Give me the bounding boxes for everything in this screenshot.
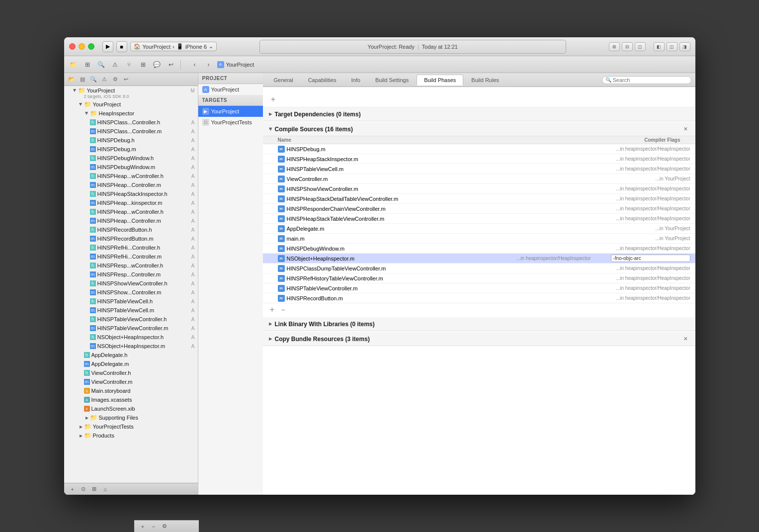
table-row[interactable]: mHINSPRecordButton.m...in heapinspector/…	[263, 293, 695, 303]
folder-icon[interactable]: 📁	[68, 59, 79, 70]
close-button[interactable]	[69, 43, 76, 50]
target-item-yourproject[interactable]: ▶ YourProject	[198, 106, 263, 117]
tab-capabilities[interactable]: Capabilities	[301, 75, 343, 86]
phase-header-link[interactable]: ▶ Link Binary With Libraries (0 items)	[263, 317, 695, 331]
build-button[interactable]: ▶	[102, 41, 113, 52]
phase-header-target-deps[interactable]: ▶ Target Dependencies (0 items)	[263, 107, 695, 121]
branch-icon[interactable]: ⑂	[124, 59, 135, 70]
list-item[interactable]: hHINSPShowViewController.hA	[64, 279, 198, 288]
sidebar-item-yourproject-folder[interactable]: ▶ 📁 YourProject	[64, 100, 198, 109]
chat-icon[interactable]: 💬	[152, 59, 163, 70]
back-btn[interactable]: ‹	[189, 59, 200, 70]
sidebar-filter-icon[interactable]: ▤	[78, 75, 87, 84]
table-row[interactable]: mHINSPTableViewCell.m...in heapinspector…	[263, 164, 695, 174]
table-row[interactable]: mHINSPShowViewController.m...in heapinsp…	[263, 184, 695, 194]
tab-build-phases[interactable]: Build Phases	[417, 75, 463, 86]
list-item[interactable]: hHINSPTableViewController.hA	[64, 315, 198, 324]
inspector-toggle-btn[interactable]: ◨	[679, 42, 690, 51]
tab-build-settings[interactable]: Build Settings	[368, 75, 416, 86]
table-row[interactable]: mViewController.m...in YourProject	[263, 174, 695, 184]
list-item[interactable]: mHINSPTableViewController.mA	[64, 324, 198, 333]
grid-icon[interactable]: ⊞	[138, 59, 149, 70]
forward-btn[interactable]: ›	[203, 59, 214, 70]
search-icon[interactable]: 🔍	[96, 59, 107, 70]
sidebar-history-icon[interactable]: ↩	[122, 75, 131, 84]
list-item[interactable]: hHINSPRefHi...Controller.hA	[64, 243, 198, 252]
activity-btn[interactable]: ⊙	[79, 485, 88, 494]
editor-standard-btn[interactable]: ⊞	[609, 42, 620, 51]
filter-icon[interactable]: ⊞	[82, 59, 93, 70]
list-item[interactable]: mHINSPHeap...Controller.mA	[64, 180, 198, 189]
breadcrumb-project[interactable]: YourProject	[226, 62, 254, 68]
list-item[interactable]: mHINSPHeap...Controller.mA	[64, 216, 198, 225]
list-item[interactable]: mViewController.m	[64, 377, 198, 386]
list-item[interactable]: hViewController.h	[64, 368, 198, 377]
sidebar-item-products[interactable]: ▶ 📁 Products	[64, 431, 198, 440]
scheme-selector[interactable]: 🏠 YourProject › 📱 iPhone 6 ⌄	[130, 42, 217, 51]
sidebar-folder-icon[interactable]: 📂	[67, 75, 76, 84]
table-row-selected[interactable]: m NSObject+HeapInspector.m ...in heapins…	[263, 254, 695, 264]
sidebar-gear-icon[interactable]: ⚙	[111, 75, 120, 84]
list-item[interactable]: mNSObject+HeapInspector.mA	[64, 342, 198, 351]
list-item[interactable]: mAppDelegate.m	[64, 359, 198, 368]
debug-toggle-btn[interactable]: ◫	[667, 42, 677, 51]
list-item[interactable]: mHINSPRefHi...Controller.mA	[64, 252, 198, 261]
sidebar-item-yourprojecttests[interactable]: ▶ 📁 YourProjectTests	[64, 422, 198, 431]
editor-assistant-btn[interactable]: ⊟	[622, 42, 633, 51]
list-item[interactable]: mHINSPDebug.mA	[64, 145, 198, 154]
list-item[interactable]: hNSObject+HeapInspector.hA	[64, 333, 198, 342]
target-item-tests[interactable]: ⊡ YourProjectTests	[198, 117, 263, 128]
table-row[interactable]: mHINSPResponderChainViewController.m...i…	[263, 204, 695, 214]
show-issues-btn[interactable]: ⊞	[90, 485, 99, 494]
list-item[interactable]: mHINSPDebugWindow.mA	[64, 163, 198, 172]
table-row[interactable]: mHINSPHeapStackTableViewController.m...i…	[263, 214, 695, 224]
list-item[interactable]: hHINSPTableViewCell.hA	[64, 297, 198, 306]
table-row[interactable]: mHINSPRefHistoryTableViewController.m...…	[263, 273, 695, 283]
list-item[interactable]: X LaunchScreen.xib	[64, 404, 198, 413]
list-item[interactable]: mHINSPRecordButton.mA	[64, 234, 198, 243]
table-row[interactable]: mHINSPDebugWindow.m...in heapinspector/H…	[263, 244, 695, 254]
table-row[interactable]: mHINSPHeapStackDetailTableViewController…	[263, 194, 695, 204]
list-item[interactable]: mHINSPShow...Controller.mA	[64, 288, 198, 297]
list-item[interactable]: A Images.xcassets	[64, 395, 198, 404]
phase-close-compile[interactable]: ✕	[681, 125, 689, 133]
list-item[interactable]: hHINSPHeap...wController.hA	[64, 172, 198, 180]
tab-build-rules[interactable]: Build Rules	[464, 75, 506, 86]
minimize-button[interactable]	[79, 43, 85, 50]
phase-header-copy[interactable]: ▶ Copy Bundle Resources (3 items) ✕	[263, 332, 695, 346]
stop-button[interactable]: ■	[116, 41, 127, 52]
add-file-btn[interactable]: +	[68, 485, 77, 494]
table-row[interactable]: mmain.m...in YourProject	[263, 234, 695, 244]
list-item[interactable]: hHINSPRecordButton.hA	[64, 225, 198, 234]
phase-close-copy[interactable]: ✕	[681, 335, 689, 343]
list-item[interactable]: hHINSPClass...Controller.hA	[64, 118, 198, 127]
list-item[interactable]: mHINSPHeap...kinspector.mA	[64, 198, 198, 207]
tab-general[interactable]: General	[267, 75, 300, 86]
list-item[interactable]: hHINSPHeap...wController.hA	[64, 207, 198, 216]
list-item[interactable]: mHINSPClass...Controller.mA	[64, 127, 198, 136]
list-item[interactable]: hAppDelegate.h	[64, 351, 198, 359]
filter-btn[interactable]: ⌂	[101, 485, 110, 494]
compile-remove-btn[interactable]: −	[279, 305, 288, 314]
sidebar-item-heapinspector[interactable]: ▶ 📁 HeapInspector	[64, 109, 198, 118]
tab-info[interactable]: Info	[344, 75, 367, 86]
table-row[interactable]: mHINSPClassDumpTableViewController.m...i…	[263, 264, 695, 273]
list-item[interactable]: mHINSPTableViewCell.mA	[64, 306, 198, 315]
compiler-flags-input[interactable]	[611, 255, 690, 262]
search-input[interactable]	[613, 77, 688, 83]
list-item[interactable]: hHINSPHeapStackInspector.hA	[64, 189, 198, 198]
maximize-button[interactable]	[88, 43, 94, 50]
list-item[interactable]: hHINSPDebug.hA	[64, 136, 198, 145]
panel-item-yourproject[interactable]: A YourProject	[198, 84, 263, 95]
table-row[interactable]: mHINSPHeapStackInspector.m...in heapinsp…	[263, 154, 695, 164]
compile-add-btn[interactable]: +	[268, 305, 277, 314]
list-item[interactable]: hHINSPDebugWindow.hA	[64, 154, 198, 163]
phase-header-compile[interactable]: ▶ Compile Sources (16 items) ✕	[263, 122, 695, 136]
history-icon[interactable]: ↩	[166, 59, 176, 70]
sidebar-search-icon[interactable]: 🔍	[89, 75, 98, 84]
sidebar-item-supporting-files[interactable]: ▶ 📁 Supporting Files	[64, 413, 198, 422]
warning-icon[interactable]: ⚠	[110, 59, 121, 70]
sidebar-item-main-storyboard[interactable]: S Main.storyboard	[64, 386, 198, 395]
add-phase-btn[interactable]: +	[269, 95, 278, 104]
editor-version-btn[interactable]: ◫	[635, 42, 646, 51]
